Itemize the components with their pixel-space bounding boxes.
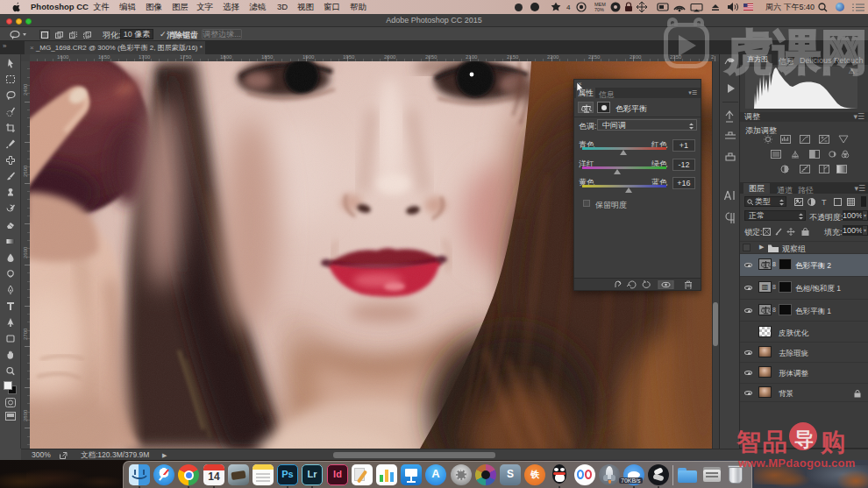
svg-text:4: 4 — [566, 4, 571, 11]
svg-text:70%: 70% — [594, 7, 604, 12]
svg-text:T: T — [822, 198, 827, 206]
